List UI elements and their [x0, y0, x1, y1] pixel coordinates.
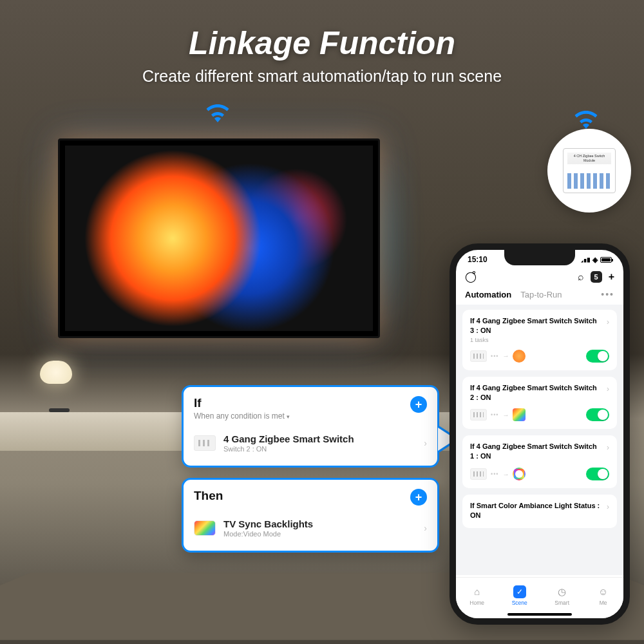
automation-card[interactable]: If 4 Gang Zigbee Smart Switch Switch 1 :…: [462, 435, 617, 488]
nav-me[interactable]: ☺ Me: [597, 585, 610, 606]
if-card: If When any condition is met ▾ + 4 Gang …: [182, 385, 439, 468]
chevron-right-icon: ›: [607, 502, 609, 511]
phone-mockup: 15:10 ◈ ◯̊ ⌕ 5 + Automation Tap-to-Run •…: [450, 243, 630, 625]
result-icon: [513, 468, 526, 480]
chevron-right-icon: ›: [607, 384, 609, 393]
profile-icon[interactable]: ◯̊: [465, 270, 477, 283]
automation-toggle[interactable]: [586, 350, 609, 363]
card-title: If 4 Gang Zigbee Smart Switch Switch 3 :…: [470, 316, 601, 336]
then-title: Then: [194, 489, 223, 503]
battery-icon: [600, 257, 612, 263]
chevron-right-icon: ›: [607, 317, 609, 327]
add-action-button[interactable]: +: [410, 489, 427, 506]
card-tasks: 1 tasks: [470, 337, 609, 343]
tab-automation[interactable]: Automation: [465, 290, 511, 299]
wifi-icon: [573, 109, 599, 131]
if-title: If: [194, 396, 290, 410]
me-icon: ☺: [597, 585, 610, 598]
chevron-right-icon: ›: [607, 443, 609, 452]
notification-badge[interactable]: 5: [591, 271, 602, 283]
wifi-status-icon: ◈: [592, 256, 598, 264]
nav-smart[interactable]: ◷ Smart: [554, 585, 569, 606]
card-title: If 4 Gang Zigbee Smart Switch Switch 2 :…: [470, 383, 601, 402]
scene-icon: ✓: [513, 585, 526, 598]
action-title: TV Sync Backlights: [223, 518, 416, 529]
chevron-right-icon: ›: [424, 523, 427, 533]
app-header: ◯̊ ⌕ 5 +: [456, 265, 623, 287]
if-subtitle: When any condition is met ▾: [194, 412, 290, 421]
home-indicator: [507, 613, 572, 616]
switch-chip-icon: [470, 468, 487, 480]
phone-notch: [504, 250, 575, 265]
chevron-right-icon: ›: [424, 438, 427, 448]
if-condition-row[interactable]: 4 Gang Zigbee Smart Switch Switch 2 : ON…: [194, 430, 427, 457]
tv: [58, 138, 380, 338]
module-label: 4 CH Zigbee Switch Module: [569, 154, 610, 162]
card-flow: •••→: [470, 468, 526, 480]
tabs-row: Automation Tap-to-Run •••: [456, 287, 623, 305]
card-title: If 4 Gang Zigbee Smart Switch Switch 1 :…: [470, 442, 601, 461]
hero-title: Linkage Function: [0, 24, 644, 62]
search-icon[interactable]: ⌕: [578, 271, 584, 283]
automation-feed[interactable]: If 4 Gang Zigbee Smart Switch Switch 3 :…: [456, 305, 623, 575]
automation-card[interactable]: If 4 Gang Zigbee Smart Switch Switch 3 :…: [462, 310, 617, 370]
nav-scene[interactable]: ✓ Scene: [512, 585, 527, 606]
automation-card[interactable]: If 4 Gang Zigbee Smart Switch Switch 2 :…: [462, 377, 617, 430]
automation-popup: If When any condition is met ▾ + 4 Gang …: [182, 385, 439, 563]
switch-icon: [194, 435, 216, 451]
automation-toggle[interactable]: [586, 468, 609, 480]
card-title: If Smart Color Ambiance Light Status : O…: [470, 501, 601, 520]
module-badge: 4 CH Zigbee Switch Module: [547, 129, 631, 213]
switch-chip-icon: [470, 350, 487, 362]
card-flow: •••→: [470, 408, 526, 421]
wifi-icon: [205, 103, 231, 125]
smart-icon: ◷: [556, 585, 569, 598]
more-icon[interactable]: •••: [601, 289, 614, 299]
result-icon: [513, 350, 526, 363]
bottom-nav: ⌂ Home ✓ Scene ◷ Smart ☺ Me: [456, 577, 623, 618]
action-sub: Mode:Video Mode: [223, 530, 416, 538]
switch-chip-icon: [470, 409, 487, 421]
hero-subtitle: Create different smart automation/tap to…: [0, 67, 644, 86]
signal-icon: [581, 257, 590, 263]
nav-home[interactable]: ⌂ Home: [469, 585, 484, 606]
result-icon: [513, 408, 526, 421]
rgb-icon: [194, 520, 216, 536]
then-action-row[interactable]: TV Sync Backlights Mode:Video Mode ›: [194, 515, 427, 542]
then-card: Then + TV Sync Backlights Mode:Video Mod…: [182, 478, 439, 553]
condition-sub: Switch 2 : ON: [223, 445, 416, 453]
add-icon[interactable]: +: [609, 271, 614, 283]
home-icon: ⌂: [471, 585, 484, 598]
condition-title: 4 Gang Zigbee Smart Switch: [223, 433, 416, 444]
card-flow: •••→: [470, 350, 526, 363]
status-time: 15:10: [468, 255, 488, 264]
table-lamp: [40, 361, 79, 412]
tab-tap-to-run[interactable]: Tap-to-Run: [520, 290, 562, 299]
automation-card[interactable]: If Smart Color Ambiance Light Status : O…: [462, 495, 617, 528]
add-condition-button[interactable]: +: [410, 396, 427, 413]
automation-toggle[interactable]: [586, 408, 609, 421]
